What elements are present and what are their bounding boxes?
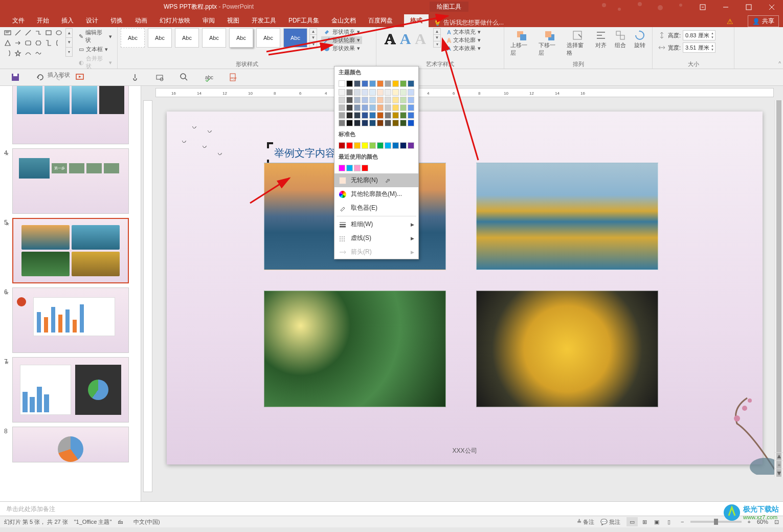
color-swatch[interactable]	[408, 142, 414, 149]
color-swatch[interactable]	[408, 89, 414, 96]
color-swatch[interactable]	[354, 112, 361, 119]
color-swatch[interactable]	[392, 120, 399, 126]
color-swatch[interactable]	[377, 97, 384, 103]
weight-item[interactable]: 粗细(W)▶	[334, 217, 418, 231]
tab-file[interactable]: 文件	[6, 14, 31, 27]
color-swatch[interactable]	[362, 165, 368, 171]
slide-thumbnail[interactable]: ★	[12, 427, 129, 462]
ime-icon[interactable]: 🖮	[118, 519, 123, 525]
share-button[interactable]: 👤 共享	[748, 15, 779, 27]
color-swatch[interactable]	[385, 120, 391, 126]
notes-toggle[interactable]: ≜ 备注	[577, 518, 594, 526]
wordart-item[interactable]: A	[385, 30, 396, 48]
tab-baidu[interactable]: 百度网盘	[362, 14, 399, 27]
convert-pdf-button[interactable]: PDF	[221, 70, 245, 84]
slide-thumbnail[interactable]: ★	[12, 287, 129, 353]
color-swatch[interactable]	[392, 112, 399, 119]
tab-animations[interactable]: 动画	[129, 14, 153, 27]
color-swatch[interactable]	[377, 89, 384, 96]
comments-toggle[interactable]: 💬 批注	[600, 518, 620, 526]
touch-mode-button[interactable]	[123, 70, 147, 84]
send-backward-button[interactable]: 下移一层	[535, 28, 563, 58]
color-swatch[interactable]	[354, 104, 361, 111]
shape-star-icon[interactable]	[13, 49, 23, 58]
color-swatch[interactable]	[339, 165, 345, 171]
color-swatch[interactable]	[408, 104, 414, 111]
tab-format[interactable]: 格式	[404, 14, 429, 27]
color-swatch[interactable]	[362, 142, 368, 149]
wordart-scroll[interactable]: ▲▼▾	[433, 28, 441, 48]
color-swatch[interactable]	[339, 89, 345, 96]
color-swatch[interactable]	[339, 104, 345, 111]
color-swatch[interactable]	[362, 112, 368, 119]
color-swatch[interactable]	[400, 142, 407, 149]
shape-curve-icon[interactable]	[24, 49, 33, 58]
color-swatch[interactable]	[346, 97, 353, 103]
color-swatch[interactable]	[346, 89, 353, 96]
color-swatch[interactable]	[354, 120, 361, 126]
close-icon[interactable]	[760, 0, 783, 14]
minimize-icon[interactable]	[714, 0, 737, 14]
tab-design[interactable]: 设计	[80, 14, 104, 27]
color-swatch[interactable]	[377, 120, 384, 126]
merge-shapes-button[interactable]: ◐合并形状 ▾	[77, 54, 114, 71]
color-swatch[interactable]	[362, 80, 368, 87]
shape-connector-icon[interactable]	[34, 28, 43, 37]
color-swatch[interactable]	[369, 112, 376, 119]
shape-connector2-icon[interactable]	[44, 38, 53, 48]
color-swatch[interactable]	[369, 104, 376, 111]
shape-triangle-icon[interactable]	[3, 38, 12, 48]
rotate-button[interactable]: 旋转	[631, 28, 649, 50]
slide-image[interactable]	[476, 163, 658, 270]
warning-icon[interactable]: ⚠	[727, 17, 733, 26]
tab-kingsoft[interactable]: 金山文档	[325, 14, 362, 27]
color-swatch[interactable]	[400, 97, 407, 103]
color-swatch[interactable]	[369, 89, 376, 96]
shape-oval-icon[interactable]	[54, 28, 63, 37]
color-swatch[interactable]	[400, 80, 407, 87]
wordart-gallery[interactable]: A A A	[379, 28, 431, 50]
wordart-item[interactable]: A	[400, 30, 411, 48]
color-swatch[interactable]	[339, 97, 345, 103]
color-swatch[interactable]	[408, 120, 414, 126]
color-swatch[interactable]	[385, 89, 391, 96]
shape-textbox-icon[interactable]	[3, 28, 12, 37]
tab-home[interactable]: 开始	[31, 14, 55, 27]
color-swatch[interactable]	[346, 142, 353, 149]
selection-pane-button[interactable]: 选择窗格	[564, 28, 591, 58]
color-swatch[interactable]	[392, 89, 399, 96]
color-swatch[interactable]	[339, 80, 345, 87]
text-outline-button[interactable]: A文本轮廓 ▾	[445, 36, 483, 44]
shapes-gallery[interactable]	[3, 28, 63, 58]
color-swatch[interactable]	[385, 80, 391, 87]
color-swatch[interactable]	[400, 112, 407, 119]
height-input[interactable]: 0.83 厘米▲▼	[683, 30, 715, 40]
style-item[interactable]: Abc	[256, 28, 280, 48]
color-swatch[interactable]	[377, 142, 384, 149]
slideshow-view-icon[interactable]: ▯	[663, 517, 675, 526]
color-swatch[interactable]	[392, 97, 399, 103]
color-swatch[interactable]	[369, 80, 376, 87]
slide-thumbnail[interactable]	[12, 86, 129, 144]
shape-rect-icon[interactable]	[44, 28, 53, 37]
text-effects-button[interactable]: A文本效果 ▾	[445, 45, 483, 52]
shape-hexagon-icon[interactable]	[34, 38, 43, 48]
tab-developer[interactable]: 开发工具	[245, 14, 282, 27]
prev-slide-icon[interactable]: ⯅	[775, 452, 783, 460]
no-outline-item[interactable]: 无轮廓(N) ⬀	[334, 173, 418, 187]
color-swatch[interactable]	[346, 80, 353, 87]
color-swatch[interactable]	[354, 97, 361, 103]
shape-freeform-icon[interactable]	[34, 49, 43, 58]
selection-handle[interactable]	[267, 142, 269, 148]
color-swatch[interactable]	[339, 142, 345, 149]
tab-insert[interactable]: 插入	[55, 14, 80, 27]
color-swatch[interactable]	[339, 120, 345, 126]
tab-transitions[interactable]: 切换	[104, 14, 129, 27]
reading-view-icon[interactable]: ▣	[651, 517, 662, 526]
tab-view[interactable]: 视图	[221, 14, 245, 27]
shape-roundrect-icon[interactable]	[24, 38, 33, 48]
color-swatch[interactable]	[354, 165, 361, 171]
color-swatch[interactable]	[369, 120, 376, 126]
color-swatch[interactable]	[408, 112, 414, 119]
print-preview-button[interactable]	[147, 70, 172, 84]
